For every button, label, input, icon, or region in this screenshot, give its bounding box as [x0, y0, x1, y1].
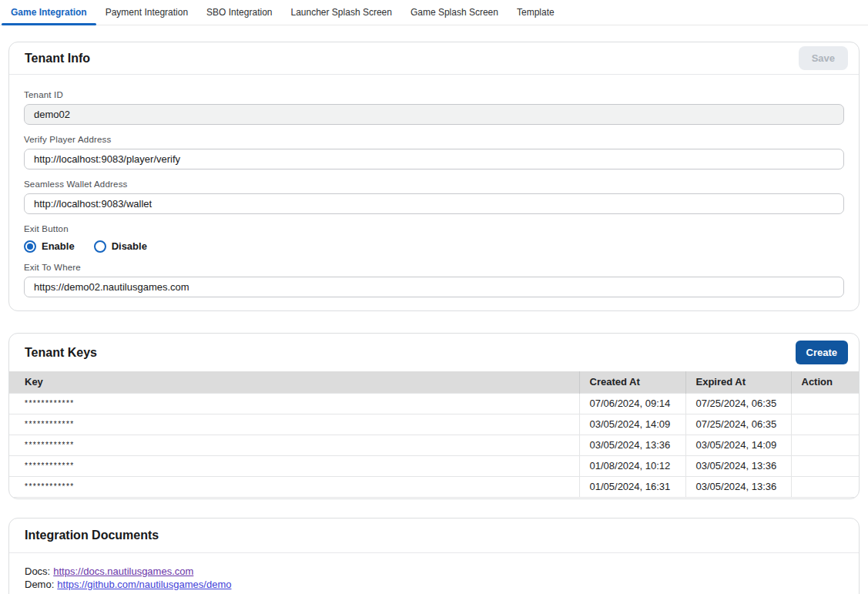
action-cell: [791, 435, 859, 455]
page-content: Tenant Info Save Tenant ID Verify Player…: [0, 42, 868, 594]
tenant-info-card: Tenant Info Save Tenant ID Verify Player…: [8, 42, 860, 311]
key-cell: ************: [9, 435, 579, 455]
tenant-id-label: Tenant ID: [24, 90, 844, 99]
tenant-keys-header: Tenant Keys Create: [9, 334, 859, 371]
exit-button-enable-radio[interactable]: Enable: [24, 240, 75, 253]
verify-player-address-label: Verify Player Address: [24, 135, 844, 144]
exit-button-field-group: Exit Button Enable Disable: [24, 224, 844, 253]
enable-radio-label: Enable: [42, 240, 75, 252]
expired-at-cell: 07/25/2024, 06:35: [685, 414, 791, 435]
radio-unselected-icon: [94, 240, 106, 253]
created-at-cell: 01/08/2024, 10:12: [579, 455, 685, 476]
expired-at-cell: 07/25/2024, 06:35: [685, 393, 791, 414]
docs-label: Docs:: [25, 565, 50, 577]
demo-link[interactable]: https://github.com/nautilusgames/demo: [57, 579, 231, 590]
integration-documents-body: Docs:https://docs.nautilusgames.com Demo…: [9, 553, 859, 594]
integration-documents-card: Integration Documents Docs:https://docs.…: [8, 518, 860, 594]
disable-radio-label: Disable: [112, 240, 147, 252]
table-header-row: Key Created At Expired At Action: [9, 371, 859, 393]
action-cell: [791, 455, 859, 476]
tab-game-integration[interactable]: Game Integration: [2, 0, 96, 25]
key-cell: ************: [9, 414, 579, 435]
tenant-keys-card: Tenant Keys Create Key Created At Expire…: [8, 333, 860, 499]
created-at-cell: 01/05/2024, 16:31: [579, 476, 685, 497]
created-at-cell: 07/06/2024, 09:14: [579, 393, 685, 414]
created-at-cell: 03/05/2024, 14:09: [579, 414, 685, 435]
tenant-info-title: Tenant Info: [25, 52, 90, 65]
tab-launcher-splash-screen[interactable]: Launcher Splash Screen: [281, 0, 400, 25]
tenant-id-field-group: Tenant ID: [24, 90, 844, 125]
column-header-key: Key: [9, 371, 579, 393]
column-header-created-at: Created At: [579, 371, 685, 393]
created-at-cell: 03/05/2024, 13:36: [579, 435, 685, 455]
tab-sbo-integration[interactable]: SBO Integration: [197, 0, 281, 25]
action-cell: [791, 476, 859, 497]
save-button[interactable]: Save: [799, 46, 848, 70]
tenant-keys-table: Key Created At Expired At Action *******…: [9, 371, 859, 498]
verify-player-address-field-group: Verify Player Address: [24, 135, 844, 169]
key-cell: ************: [9, 455, 579, 476]
tab-template[interactable]: Template: [508, 0, 564, 25]
column-header-action: Action: [791, 371, 859, 393]
column-header-expired-at: Expired At: [685, 371, 791, 393]
integration-documents-header: Integration Documents: [9, 518, 859, 553]
tenant-info-header: Tenant Info Save: [9, 42, 859, 75]
seamless-wallet-address-field-group: Seamless Wallet Address: [24, 180, 844, 214]
table-row: ************ 01/08/2024, 10:12 03/05/202…: [9, 455, 859, 476]
tenant-keys-title: Tenant Keys: [25, 346, 97, 360]
tab-game-splash-screen[interactable]: Game Splash Screen: [401, 0, 508, 25]
exit-to-where-field-group: Exit To Where: [24, 263, 844, 297]
tab-bar: Game Integration Payment Integration SBO…: [0, 0, 868, 25]
docs-link[interactable]: https://docs.nautilusgames.com: [53, 565, 193, 577]
exit-button-radio-group: Enable Disable: [24, 240, 844, 253]
table-row: ************ 01/05/2024, 16:31 03/05/202…: [9, 476, 859, 497]
demo-label: Demo:: [25, 579, 54, 590]
demo-line: Demo:https://github.com/nautilusgames/de…: [25, 578, 843, 592]
tenant-info-body: Tenant ID Verify Player Address Seamless…: [9, 75, 859, 310]
action-cell: [791, 393, 859, 414]
seamless-wallet-address-input[interactable]: [24, 193, 844, 214]
table-row: ************ 07/06/2024, 09:14 07/25/202…: [9, 393, 859, 414]
integration-documents-title: Integration Documents: [25, 529, 159, 542]
seamless-wallet-address-label: Seamless Wallet Address: [24, 180, 844, 189]
tenant-id-input[interactable]: [24, 104, 844, 125]
tab-payment-integration[interactable]: Payment Integration: [96, 0, 197, 25]
expired-at-cell: 03/05/2024, 14:09: [685, 435, 791, 455]
action-cell: [791, 414, 859, 435]
exit-to-where-label: Exit To Where: [24, 263, 844, 272]
exit-button-label: Exit Button: [24, 224, 844, 233]
expired-at-cell: 03/05/2024, 13:36: [685, 455, 791, 476]
table-row: ************ 03/05/2024, 13:36 03/05/202…: [9, 435, 859, 455]
docs-line: Docs:https://docs.nautilusgames.com: [25, 565, 843, 579]
key-cell: ************: [9, 393, 579, 414]
verify-player-address-input[interactable]: [24, 149, 844, 169]
key-cell: ************: [9, 476, 579, 497]
create-button[interactable]: Create: [796, 341, 848, 364]
expired-at-cell: 03/05/2024, 13:36: [685, 476, 791, 497]
exit-button-disable-radio[interactable]: Disable: [94, 240, 147, 253]
radio-selected-icon: [24, 240, 36, 253]
table-row: ************ 03/05/2024, 14:09 07/25/202…: [9, 414, 859, 435]
exit-to-where-input[interactable]: [24, 277, 844, 297]
